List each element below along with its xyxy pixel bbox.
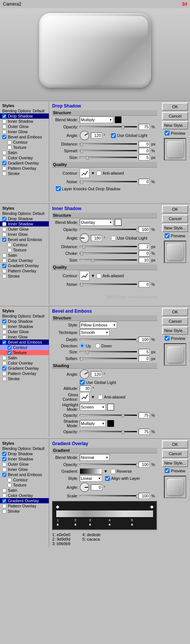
style-item-drop-shadow-3[interactable]: Drop Shadow bbox=[0, 319, 49, 324]
distance-slider-2[interactable] bbox=[80, 246, 137, 247]
style-item-gradient-overlay-2[interactable]: Gradient Overlay bbox=[0, 263, 49, 268]
shadow-opacity-input-3[interactable] bbox=[139, 429, 150, 435]
stop-5[interactable]: 5 ▲ bbox=[130, 518, 134, 526]
style-item-outer-glow-3[interactable]: Outer Glow bbox=[0, 329, 49, 334]
go-blend-mode-dropdown[interactable]: Normal ▼ bbox=[80, 454, 110, 461]
cancel-button-4[interactable]: Cancel bbox=[162, 450, 188, 458]
size-slider-1[interactable] bbox=[80, 157, 137, 158]
gradient-swatch[interactable] bbox=[80, 468, 102, 474]
cancel-button-2[interactable]: Cancel bbox=[162, 215, 188, 223]
checkbox-contour-1[interactable] bbox=[7, 140, 12, 144]
style-item-color-overlay-2[interactable]: Color Overlay bbox=[0, 258, 49, 263]
anti-aliased-3[interactable] bbox=[98, 395, 103, 400]
highlight-opacity-input-3[interactable] bbox=[139, 412, 150, 418]
opacity-input-1[interactable] bbox=[139, 124, 150, 130]
cancel-button-1[interactable]: Cancel bbox=[162, 112, 188, 120]
top-stop-right[interactable]: ◆ bbox=[150, 504, 153, 509]
distance-input-2[interactable] bbox=[139, 244, 150, 250]
soften-slider-3[interactable] bbox=[80, 358, 137, 359]
layer-knocks-1[interactable] bbox=[56, 186, 61, 191]
top-stop-left[interactable]: ◆ bbox=[56, 504, 59, 509]
checkbox-stroke-3[interactable] bbox=[2, 377, 6, 381]
checkbox-bevel-emboss-4[interactable] bbox=[2, 473, 6, 477]
checkbox-contour-3[interactable] bbox=[7, 346, 12, 350]
contour-thumb-1[interactable] bbox=[80, 168, 89, 178]
size-slider-3[interactable] bbox=[80, 351, 137, 353]
style-item-contour-1[interactable]: Contour bbox=[0, 140, 49, 145]
angle-dial-1[interactable] bbox=[80, 131, 89, 140]
checkbox-inner-shadow-1[interactable] bbox=[2, 119, 6, 124]
checkbox-inner-shadow-3[interactable] bbox=[2, 325, 6, 329]
shading-angle-dial-3[interactable] bbox=[80, 369, 89, 379]
checkbox-texture-4[interactable] bbox=[7, 483, 12, 487]
go-scale-thumb[interactable] bbox=[136, 494, 139, 498]
style-item-contour-3[interactable]: Contour bbox=[0, 345, 49, 350]
checkbox-satin-3[interactable] bbox=[2, 356, 6, 360]
angle-input-1[interactable] bbox=[91, 132, 102, 138]
choke-thumb-2[interactable] bbox=[80, 252, 83, 256]
shading-angle-input-3[interactable] bbox=[91, 371, 102, 377]
checkbox-inner-shadow-4[interactable] bbox=[2, 457, 6, 461]
style-item-contour-4[interactable]: Contour bbox=[0, 477, 49, 482]
align-with-layer-checkbox[interactable] bbox=[105, 476, 110, 481]
checkbox-pattern-overlay-2[interactable] bbox=[2, 269, 6, 273]
new-style-button-3[interactable]: New Style... bbox=[162, 326, 188, 335]
checkbox-outer-glow-2[interactable] bbox=[2, 227, 6, 231]
stop-2[interactable]: 2 ▲ bbox=[73, 518, 77, 526]
opacity-slider-2[interactable] bbox=[80, 229, 137, 230]
style-item-inner-glow-4[interactable]: Inner Glow bbox=[0, 467, 49, 472]
checkbox-texture-2[interactable] bbox=[7, 248, 12, 252]
style-item-inner-glow-2[interactable]: Inner Glow bbox=[0, 232, 49, 237]
style-item-drop-shadow-4[interactable]: Drop Shadow bbox=[0, 451, 49, 456]
style-item-bevel-emboss-4[interactable]: Bevel and Emboss bbox=[0, 472, 49, 477]
style-item-pattern-overlay-3[interactable]: Pattern Overlay bbox=[0, 371, 49, 376]
style-item-stroke-4[interactable]: Stroke bbox=[0, 509, 49, 514]
highlight-mode-dropdown-3[interactable]: Screen ▼ bbox=[80, 404, 106, 410]
size-thumb-3[interactable] bbox=[86, 350, 89, 354]
checkbox-drop-shadow-4[interactable] bbox=[2, 452, 6, 456]
checkbox-gradient-overlay-3[interactable] bbox=[2, 366, 6, 371]
choke-slider-2[interactable] bbox=[80, 253, 137, 254]
highlight-opacity-slider-3[interactable] bbox=[80, 415, 137, 416]
checkbox-pattern-overlay-3[interactable] bbox=[2, 372, 6, 376]
preview-checkbox-1[interactable] bbox=[165, 131, 170, 135]
checkbox-color-overlay-4[interactable] bbox=[2, 494, 6, 498]
use-global-light-1[interactable] bbox=[111, 133, 116, 138]
ok-button-3[interactable]: OK bbox=[162, 308, 188, 316]
style-item-color-overlay-3[interactable]: Color Overlay bbox=[0, 360, 49, 366]
use-global-light-2[interactable] bbox=[111, 236, 116, 241]
checkbox-texture-3[interactable] bbox=[7, 351, 12, 355]
stop-1[interactable]: 1 ▲ bbox=[56, 518, 60, 526]
checkbox-pattern-overlay-4[interactable] bbox=[2, 504, 6, 508]
cancel-button-3[interactable]: Cancel bbox=[162, 317, 188, 325]
anti-aliased-2[interactable] bbox=[96, 273, 101, 278]
new-style-button-1[interactable]: New Style... bbox=[162, 121, 188, 129]
checkbox-texture-1[interactable] bbox=[7, 146, 12, 150]
noise-input-2[interactable] bbox=[139, 281, 150, 287]
size-input-2[interactable] bbox=[139, 257, 150, 263]
style-item-inner-shadow-2[interactable]: Inner Shadow bbox=[0, 221, 49, 226]
shadow-opacity-slider-3[interactable] bbox=[80, 431, 137, 432]
style-item-contour-2[interactable]: Contour bbox=[0, 242, 49, 247]
style-item-inner-glow-1[interactable]: Inner Glow bbox=[0, 129, 49, 134]
style-item-inner-shadow-3[interactable]: Inner Shadow bbox=[0, 324, 49, 329]
ok-button-2[interactable]: OK bbox=[162, 205, 188, 213]
checkbox-gradient-overlay-4[interactable] bbox=[2, 499, 6, 503]
go-opacity-slider[interactable] bbox=[80, 464, 137, 465]
checkbox-inner-shadow-2[interactable] bbox=[2, 222, 6, 226]
size-slider-2[interactable] bbox=[80, 259, 137, 261]
depth-slider-3[interactable] bbox=[80, 339, 137, 340]
checkbox-satin-4[interactable] bbox=[2, 488, 6, 493]
distance-thumb-1[interactable] bbox=[80, 143, 83, 146]
style-item-bevel-emboss-1[interactable]: Bevel and Emboss bbox=[0, 134, 49, 140]
style-item-satin-4[interactable]: Satin bbox=[0, 488, 49, 493]
opacity-input-2[interactable] bbox=[139, 226, 150, 232]
new-style-button-4[interactable]: New Style... bbox=[162, 459, 188, 467]
highlight-opacity-thumb-3[interactable] bbox=[121, 414, 124, 418]
checkbox-outer-glow-4[interactable] bbox=[2, 462, 6, 466]
depth-input-3[interactable] bbox=[139, 337, 150, 343]
opacity-thumb-2[interactable] bbox=[136, 228, 139, 232]
checkbox-contour-4[interactable] bbox=[7, 478, 12, 482]
style-item-gradient-overlay-3[interactable]: Gradient Overlay bbox=[0, 366, 49, 371]
blend-color-2[interactable] bbox=[115, 219, 121, 226]
